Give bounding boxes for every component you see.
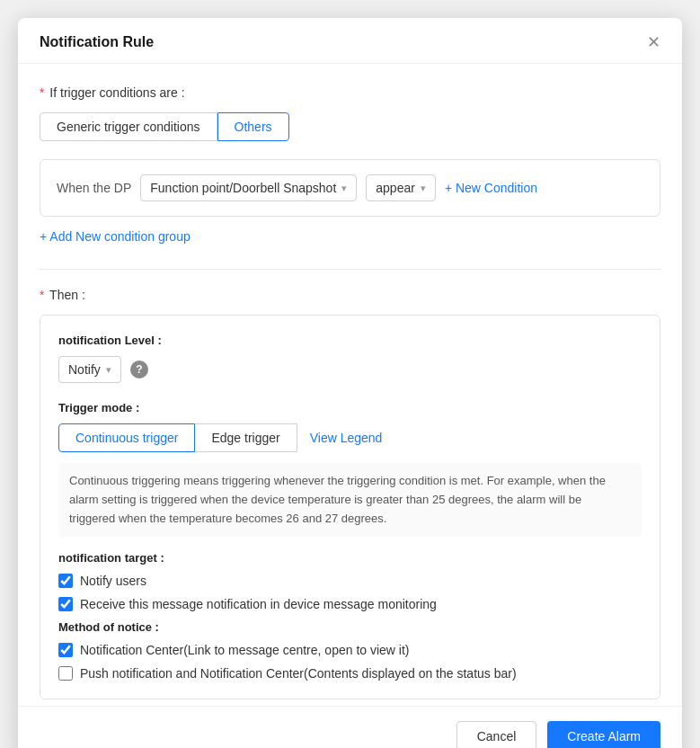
method-of-notice-label: Method of notice : <box>58 620 642 634</box>
then-required-star: * <box>40 288 44 302</box>
close-icon[interactable]: ✕ <box>647 34 660 50</box>
dp-chevron-icon: ▾ <box>341 183 347 194</box>
add-new-condition-group-link[interactable]: + Add New condition group <box>40 229 660 262</box>
trigger-condition-tabs: Generic trigger conditions Others <box>40 112 660 141</box>
notification-level-label: notification Level : <box>58 334 642 347</box>
checkbox-notification-center: Notification Center(Link to message cent… <box>58 643 642 657</box>
modal-header: Notification Rule ✕ <box>18 18 682 64</box>
condition-group-box: When the DP Function point/Doorbell Snap… <box>40 159 660 217</box>
view-legend-link[interactable]: View Legend <box>310 424 383 451</box>
tab-edge-trigger[interactable]: Edge trigger <box>195 423 297 452</box>
push-notification-checkbox[interactable] <box>58 666 73 681</box>
receive-msg-label: Receive this message notification in dev… <box>80 597 437 611</box>
modal-title: Notification Rule <box>40 34 154 50</box>
when-dp-label: When the DP <box>57 181 131 195</box>
trigger-description: Continuous triggering means triggering w… <box>58 463 642 537</box>
tab-generic-trigger[interactable]: Generic trigger conditions <box>40 112 217 141</box>
modal-footer: Cancel Create Alarm <box>18 706 682 748</box>
push-notification-label: Push notification and Notification Cente… <box>80 666 517 681</box>
cancel-button[interactable]: Cancel <box>456 721 537 748</box>
notification-center-checkbox[interactable] <box>58 643 73 657</box>
notification-center-label: Notification Center(Link to message cent… <box>80 643 410 657</box>
notify-users-label: Notify users <box>80 574 146 588</box>
appear-dropdown[interactable]: appear ▾ <box>366 174 436 201</box>
notification-rule-modal: Notification Rule ✕ * If trigger conditi… <box>18 18 682 748</box>
dp-dropdown[interactable]: Function point/Doorbell Snapshot ▾ <box>140 174 357 201</box>
appear-chevron-icon: ▾ <box>421 183 426 194</box>
condition-row: When the DP Function point/Doorbell Snap… <box>57 174 643 201</box>
notify-users-checkbox[interactable] <box>58 574 73 588</box>
then-label: * Then : <box>40 288 660 302</box>
new-condition-link[interactable]: + New Condition <box>445 181 537 195</box>
notification-level-dropdown[interactable]: Notify ▾ <box>58 356 121 383</box>
help-icon[interactable]: ? <box>130 361 148 378</box>
notification-target-label: notification target : <box>58 551 642 565</box>
create-alarm-button[interactable]: Create Alarm <box>547 721 660 748</box>
if-trigger-label: * If trigger conditions are : <box>40 85 660 100</box>
then-card: notification Level : Notify ▾ ? Trigger … <box>40 315 660 699</box>
trigger-mode-label: Trigger mode : <box>58 401 642 414</box>
checkbox-push-notification: Push notification and Notification Cente… <box>58 666 642 681</box>
checkbox-receive-msg: Receive this message notification in dev… <box>58 597 642 611</box>
section-divider <box>40 269 660 270</box>
then-section: * Then : notification Level : Notify ▾ ?… <box>40 288 660 699</box>
notify-chevron-icon: ▾ <box>106 364 111 376</box>
checkbox-notify-users: Notify users <box>58 574 642 588</box>
modal-body: * If trigger conditions are : Generic tr… <box>18 64 682 706</box>
trigger-mode-tabs: Continuous trigger Edge trigger View Leg… <box>58 423 642 452</box>
notify-select-row: Notify ▾ ? <box>58 356 642 383</box>
required-star: * <box>40 85 44 100</box>
tab-continuous-trigger[interactable]: Continuous trigger <box>58 423 195 452</box>
tab-others[interactable]: Others <box>217 112 289 141</box>
receive-msg-checkbox[interactable] <box>58 597 73 611</box>
